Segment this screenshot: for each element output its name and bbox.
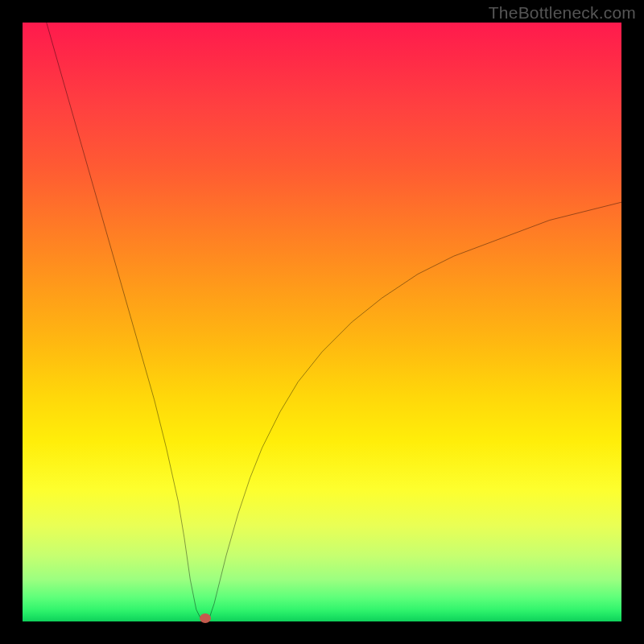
plot-area	[23, 23, 621, 621]
bottleneck-curve	[23, 23, 621, 621]
optimal-point-marker	[200, 613, 211, 623]
chart-frame: TheBottleneck.com	[0, 0, 644, 644]
attribution-text: TheBottleneck.com	[489, 3, 636, 23]
curve-path	[47, 23, 621, 621]
